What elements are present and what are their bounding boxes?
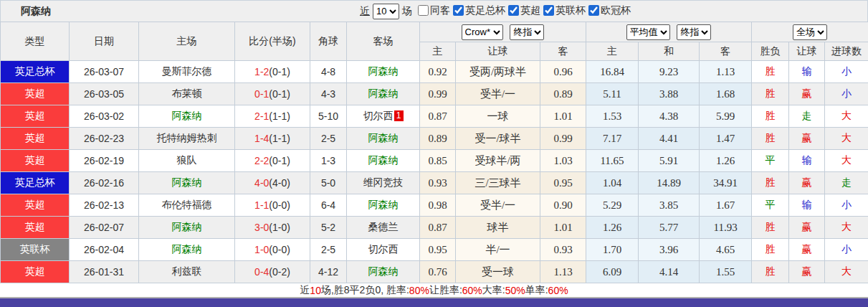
home-team[interactable]: 布莱顿 — [139, 83, 235, 105]
result-goals: 小 — [825, 239, 868, 261]
home-team[interactable]: 阿森纳 — [139, 105, 235, 128]
home-team[interactable]: 阿森纳 — [139, 172, 235, 194]
filter-checkbox-英联杯[interactable]: 英联杯 — [543, 4, 586, 17]
checkbox-label: 英足总杯 — [465, 4, 505, 17]
away-team-name: 阿森纳 — [368, 265, 399, 277]
odds-handicap-line: 球半 — [456, 217, 540, 239]
checkbox-input[interactable] — [418, 5, 429, 16]
away-team-name: 阿森纳 — [368, 65, 399, 77]
summary-segment: 60% — [462, 285, 482, 296]
odds-home: 0.87 — [420, 217, 456, 239]
league-badge: 英超 — [1, 83, 70, 105]
match-date: 26-03-05 — [70, 83, 139, 105]
match-date: 26-02-16 — [70, 172, 139, 194]
odds-away: 1.01 — [540, 105, 586, 128]
near-link[interactable]: 近 — [360, 5, 370, 18]
match-date: 26-03-07 — [70, 61, 139, 83]
score-cell: 2-1(1-1) — [235, 105, 310, 128]
filter-checkbox-英超[interactable]: 英超 — [508, 4, 540, 17]
halftime-score: (0-0) — [269, 199, 290, 211]
table-row: 英联杯 26-02-04 阿森纳 1-0(0-0) 2-5 切尔西 0.95 半… — [1, 239, 868, 261]
odds-home: 0.95 — [420, 239, 456, 261]
filter-checkbox-欧冠杯[interactable]: 欧冠杯 — [588, 4, 631, 17]
fullmatch-select[interactable]: 全场 — [793, 24, 827, 40]
away-badge: 1 — [394, 110, 404, 121]
away-team[interactable]: 阿森纳 — [347, 128, 420, 150]
home-team[interactable]: 曼斯菲尔德 — [139, 61, 235, 83]
avg-draw: 14.89 — [639, 172, 700, 194]
away-team[interactable]: 阿森纳 — [347, 150, 420, 172]
result-handicap: 赢 — [789, 261, 825, 283]
avg-final-select[interactable]: 终指 — [677, 24, 711, 40]
subcol-odds-handicap: 让球 — [456, 42, 540, 61]
home-team[interactable]: 利兹联 — [139, 261, 235, 283]
result-goals: 小 — [825, 83, 868, 105]
away-team[interactable]: 阿森纳 — [347, 61, 420, 83]
odds-handicap-line: 受一球 — [456, 261, 540, 283]
match-date: 26-02-23 — [70, 128, 139, 150]
odds-handicap-line: 受一/球半 — [456, 128, 540, 150]
home-team[interactable]: 狼队 — [139, 150, 235, 172]
filter-checkbox-英足总杯[interactable]: 英足总杯 — [453, 4, 505, 17]
checkbox-input[interactable] — [543, 5, 554, 16]
away-team[interactable]: 维冈竞技 — [347, 172, 420, 194]
avg-type-select[interactable]: 平均值 — [626, 24, 670, 40]
odds-final-select[interactable]: 终指 — [510, 24, 544, 40]
league-filter-checkboxes: 同客英足总杯英超英联杯欧冠杯 — [415, 4, 631, 19]
fulltime-score: 1-4 — [254, 133, 269, 144]
odds-handicap-line: 受两/两球半 — [456, 61, 540, 83]
avg-draw: 3.96 — [639, 239, 700, 261]
summary-segment: 场,胜8平2负0, 胜率: — [321, 284, 409, 297]
home-team[interactable]: 布伦特福德 — [139, 194, 235, 217]
corners: 6-4 — [310, 194, 347, 217]
odds-provider-select[interactable]: Crow* — [462, 24, 503, 40]
halftime-score: (0-1) — [269, 66, 290, 77]
home-team[interactable]: 托特纳姆热刺 — [139, 128, 235, 150]
avg-away: 11.93 — [700, 217, 752, 239]
fulltime-score: 0-1 — [254, 88, 269, 100]
away-team-name: 切尔西 — [368, 243, 399, 255]
score-cell: 1-4(1-1) — [235, 128, 310, 150]
away-team[interactable]: 桑德兰 — [347, 217, 420, 239]
checkbox-input[interactable] — [453, 5, 464, 16]
away-team-name: 阿森纳 — [368, 132, 399, 143]
result-handicap: 输 — [789, 150, 825, 172]
result-handicap: 赢 — [789, 128, 825, 150]
table-row: 英超 26-03-05 布莱顿 0-1(0-1) 4-3 阿森纳 0.99 受半… — [1, 83, 868, 105]
summary-segment: 10 — [310, 285, 321, 296]
fulltime-score: 1-2 — [254, 66, 269, 77]
halftime-score: (0-1) — [269, 155, 290, 166]
fulltime-score: 1-0 — [254, 244, 269, 255]
match-table: 类型 日期 主场 比分(半场) 角球 客场 Crow* 终指 平均值 终指 全场 — [0, 22, 868, 283]
avg-draw: 4.41 — [639, 128, 700, 150]
checkbox-label: 欧冠杯 — [601, 4, 631, 17]
odds-handicap-line: 受半/一 — [456, 194, 540, 217]
avg-draw: 5.91 — [639, 150, 700, 172]
checkbox-input[interactable] — [508, 5, 519, 16]
odds-handicap-line: 一球 — [456, 105, 540, 128]
corners: 5-2 — [310, 217, 347, 239]
home-team[interactable]: 阿森纳 — [139, 239, 235, 261]
avg-away: 1.13 — [700, 61, 752, 83]
away-team-name: 阿森纳 — [368, 154, 399, 166]
halftime-score: (0-0) — [269, 244, 290, 255]
filter-checkbox-同客[interactable]: 同客 — [418, 4, 450, 17]
halftime-score: (4-0) — [269, 177, 290, 189]
away-team[interactable]: 阿森纳 — [347, 194, 420, 217]
summary-line: 近10场,胜8平2负0, 胜率:80% 让胜率:60% 大率:50% 单率:60… — [0, 283, 868, 297]
odds-away: 0.95 — [540, 172, 586, 194]
away-team[interactable]: 切尔西 — [347, 239, 420, 261]
away-team[interactable]: 切尔西1 — [347, 105, 420, 128]
match-table-body: 英足总杯 26-03-07 曼斯菲尔德 1-2(0-1) 4-8 阿森纳 0.9… — [1, 61, 868, 283]
away-team[interactable]: 阿森纳 — [347, 261, 420, 283]
games-count-select[interactable]: 10 — [373, 4, 399, 19]
avg-group-header: 平均值 终指 — [586, 22, 752, 42]
halftime-score: (0-2) — [269, 266, 290, 278]
summary-segment: 50% — [505, 285, 525, 296]
away-team-name: 维冈竞技 — [363, 176, 404, 188]
corners: 4-8 — [310, 61, 347, 83]
away-team-name: 阿森纳 — [368, 199, 399, 210]
checkbox-input[interactable] — [588, 5, 599, 16]
home-team[interactable]: 阿森纳 — [139, 217, 235, 239]
away-team[interactable]: 阿森纳 — [347, 83, 420, 105]
